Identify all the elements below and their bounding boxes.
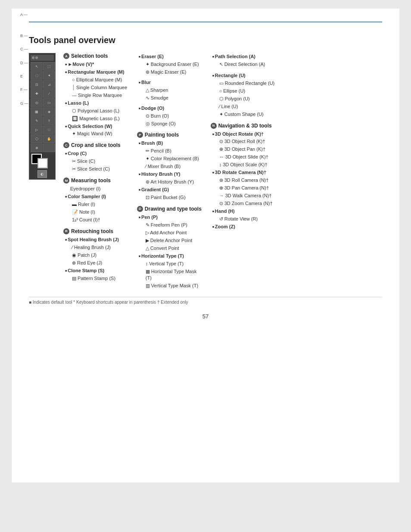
tool-shape[interactable]: □ xyxy=(43,125,55,134)
page-number: 57 xyxy=(29,313,382,320)
section-selection-header: A Selection tools xyxy=(63,53,128,59)
tool-rect: Rectangle (U) xyxy=(211,72,276,80)
column-1: A Selection tools ►Move (V)* Rectangular… xyxy=(63,53,128,290)
tool-path[interactable]: ▷ xyxy=(31,125,43,134)
tool-magic-eraser: ⊛ Magic Eraser (E) xyxy=(137,68,202,76)
tool-3d[interactable]: ⬡ xyxy=(31,134,43,143)
tool-brush: Brush (B) xyxy=(137,140,202,147)
tool-line: ∕ Line (U) xyxy=(211,103,276,111)
tool-bg-eraser: ✦ Background Eraser (E) xyxy=(137,61,202,68)
section-drawing-header: D Drawing and type tools xyxy=(137,206,202,212)
path-section: Path Selection (A) ↖ Direct Selection (A… xyxy=(211,53,276,68)
tool-3d-obj-rot: 3D Object Rotate (K)† xyxy=(211,131,276,138)
tool-path-sel: Path Selection (A) xyxy=(211,53,276,61)
quickmask-button[interactable]: ◐ xyxy=(31,170,54,178)
tool-slice: ✂ Slice (C) xyxy=(63,158,128,165)
tool-eraser: Eraser (E) xyxy=(137,53,202,61)
tool-sharpen: △ Sharpen xyxy=(137,87,202,94)
section-painting-header: P Painting tools xyxy=(137,132,202,138)
tool-single-row: --- Single Row Marquee xyxy=(63,92,128,100)
tool-eraser[interactable]: ▭ xyxy=(43,98,55,107)
tool-heal-brush: ∕ Healing Brush (J) xyxy=(63,244,128,252)
tool-blur[interactable]: ◈ xyxy=(43,107,55,116)
tool-heal[interactable]: ✚ xyxy=(31,89,43,98)
tool-htype: Horizontal Type (T) xyxy=(137,252,202,260)
column-2: Eraser (E) ✦ Background Eraser (E) ⊛ Mag… xyxy=(137,53,202,290)
tool-3d-obj-scale: ↕ 3D Object Scale (K)† xyxy=(211,161,276,169)
label-c: C — xyxy=(20,44,47,54)
tool-stamp[interactable]: ◎ xyxy=(31,98,43,107)
tool-mixer-brush: ∕ Mixer Brush (B) xyxy=(137,163,202,171)
top-line xyxy=(29,22,382,22)
tool-poly-lasso: ⬡ Polygonal Lasso (L) xyxy=(63,107,128,115)
tool-slice-select: ✂ Slice Select (C) xyxy=(63,165,128,173)
tool-rounded-rect: ▭ Rounded Rectangle (U) xyxy=(211,80,276,87)
tool-wand[interactable]: ✦ xyxy=(43,71,55,80)
tool-ruler: ▬ Ruler (I) xyxy=(63,201,128,208)
tool-color-replace: ✦ Color Replacement (B) xyxy=(137,155,202,163)
column-3: Path Selection (A) ↖ Direct Selection (A… xyxy=(211,53,276,290)
tool-eyedrop[interactable]: ⊿ xyxy=(43,80,55,89)
tool-htypemask: ▦ Horizontal Type Mask (T) xyxy=(137,268,202,283)
eraser-section: Eraser (E) ✦ Background Eraser (E) ⊛ Mag… xyxy=(137,53,202,76)
tool-blur: Blur xyxy=(137,79,202,87)
tool-hand[interactable]: ✋ xyxy=(43,134,55,143)
tool-select[interactable]: ⬚ xyxy=(43,62,55,71)
tool-del-anchor: ▶ Delete Anchor Point xyxy=(137,237,202,245)
dodge-section: Dodge (O) ⊙ Burn (O) ◎ Sponge (O) xyxy=(137,105,202,128)
tool-3d-obj-slide: ↔ 3D Object Slide (K)† xyxy=(211,153,276,161)
tool-mag-lasso: 🔲 Magnetic Lasso (L) xyxy=(63,115,128,123)
tool-pen[interactable]: ✎ xyxy=(31,116,43,125)
page: Tools panel overview ↖ ⬚ ◌ ✦ ⊡ ⊿ ✚ xyxy=(12,9,399,482)
nav-icon: N xyxy=(211,123,217,129)
tool-vtype: ↕ Vertical Type (T) xyxy=(137,260,202,268)
tool-art-history: ⊛ Art History Brush (Y) xyxy=(137,178,202,186)
tool-pen: Pen (P) xyxy=(137,214,202,221)
selection-icon: A xyxy=(63,53,69,59)
tool-gradient: Gradient (G) xyxy=(137,186,202,194)
tool-spot-heal: Spot Healing Brush (J) xyxy=(63,236,128,244)
tool-rotate-view: ↺ Rotate View (R) xyxy=(211,215,276,223)
crop-icon: C xyxy=(63,142,69,148)
measuring-icon: M xyxy=(63,177,69,184)
tool-count: 1₂³ Count (I)† xyxy=(63,216,128,224)
shape-section: Rectangle (U) ▭ Rounded Rectangle (U) ○ … xyxy=(211,72,276,118)
tool-sponge: ◎ Sponge (O) xyxy=(137,120,202,128)
section-measuring-header: M Measuring tools xyxy=(63,177,128,184)
tool-3d-roll-cam: ⊛ 3D Roll Camera (N)† xyxy=(211,177,276,184)
tool-gradient[interactable]: ▦ xyxy=(31,107,43,116)
tool-clone-stamp: Clone Stamp (S) xyxy=(63,267,128,275)
tool-smudge: ∿ Smudge xyxy=(137,94,202,102)
section-nav-header: N Navigation & 3D tools xyxy=(211,123,276,129)
footnote: ■ Indicates default tool * Keyboard shor… xyxy=(29,297,382,305)
tool-3d-zoom-cam: ⊙ 3D Zoom Camera (N)† xyxy=(211,200,276,208)
tool-move[interactable]: ↖ xyxy=(31,62,43,71)
retouching-icon: R xyxy=(63,228,69,234)
tool-magic-wand: ✦ Magic Wand (W) xyxy=(63,130,128,138)
tool-3d-pan-cam: ⊕ 3D Pan Camera (N)† xyxy=(211,184,276,192)
tool-single-col: ┊ Single Column Marquee xyxy=(63,84,128,92)
tool-brush[interactable]: ∕ xyxy=(43,89,55,98)
tool-zoom[interactable]: ⊕ xyxy=(31,143,43,152)
tool-lasso[interactable]: ◌ xyxy=(31,71,43,80)
background-color[interactable] xyxy=(37,158,48,168)
tool-quick-sel: Quick Selection (W) xyxy=(63,123,128,131)
tool-eyedrop: Eyedropper (I) xyxy=(63,185,128,193)
tool-add-anchor: ▷ Add Anchor Point xyxy=(137,229,202,237)
tool-hand: Hand (H) xyxy=(211,208,276,215)
tool-convert-pt: △ Convert Point xyxy=(137,245,202,252)
tool-pencil: ✏ Pencil (B) xyxy=(137,147,202,155)
tool-rect-marquee: Rectangular Marquee (M) xyxy=(63,68,128,76)
tool-red-eye: ⊕ Red Eye (J) xyxy=(63,259,128,267)
tool-note: 📝 Note (I) xyxy=(63,208,128,216)
page-title: Tools panel overview xyxy=(29,35,382,45)
tool-move: ►Move (V)* xyxy=(63,61,128,68)
tool-color-sampler: Color Sampler (I) xyxy=(63,193,128,201)
toolbox-panel: ↖ ⬚ ◌ ✦ ⊡ ⊿ ✚ ∕ ◎ ▭ ▦ ◈ ✎ T ▷ □ ⬡ xyxy=(29,53,56,290)
tool-polygon: ⬡ Polygon (U) xyxy=(211,95,276,103)
tool-3d-obj-pan: ⊕ 3D Object Pan (K)† xyxy=(211,146,276,153)
tool-crop: Crop (C) xyxy=(63,150,128,158)
tool-text[interactable]: T xyxy=(43,116,55,125)
painting-icon: P xyxy=(137,132,143,138)
tool-crop[interactable]: ⊡ xyxy=(31,80,43,89)
